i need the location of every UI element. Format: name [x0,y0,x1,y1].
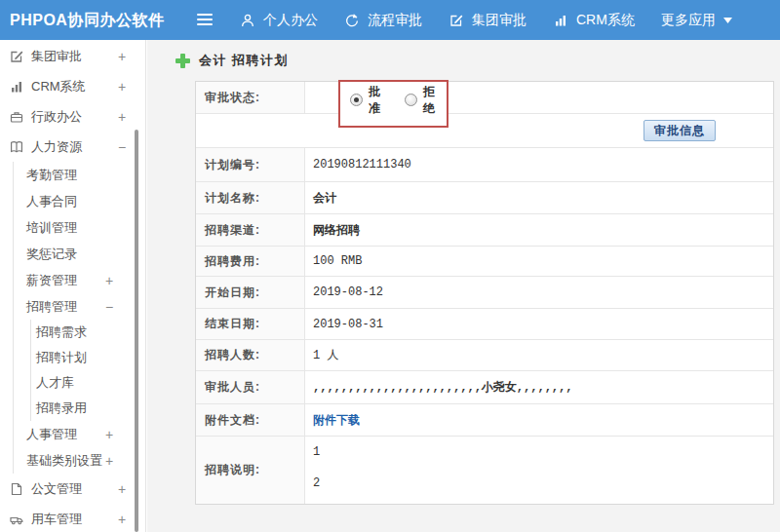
approval-status-label: 审批状态: [205,90,260,106]
radio-option-label: 批准 [369,84,392,117]
field-label: 招聘说明: [205,462,260,478]
sidebar-item-label: 用车管理 [31,511,82,528]
field-label: 计划编号: [205,157,260,173]
bar-chart-icon [553,13,568,28]
field-label-cell: 附件文档: [196,404,305,436]
expand-plus-icon[interactable]: + [118,481,126,497]
field-value: 网络招聘 [313,222,360,239]
approval-radio-group: 批准拒绝 [340,78,447,122]
hamburger-menu-icon[interactable] [197,14,213,25]
expand-plus-icon[interactable]: + [105,273,113,288]
field-value-cell: 2019-08-12 [305,277,773,308]
car-icon [8,512,24,527]
sidebar-scrollbar[interactable] [135,130,138,532]
sidebar: 集团审批+CRM系统+行政办公+人力资源−考勤管理人事合同培训管理奖惩记录薪资管… [0,40,146,532]
topbar: PHPOA协同办公软件 个人办公流程审批集团审批CRM系统更多应用 [0,0,780,40]
radio-option-2[interactable]: 拒绝 [405,84,447,117]
field-label-cell: 招聘人数: [196,340,305,370]
field-row: 审批人员:,,,,,,,,,,,,,,,,,,,,,,,,小尧女,,,,,,,, [196,371,773,404]
field-value-cell: 会计 [305,182,773,213]
field-label: 开始日期: [205,285,260,301]
page-title-text: 会计 招聘计划 [199,52,289,69]
sidebar-item-label: 人才库 [36,374,74,392]
sidebar-item-3[interactable]: 人力资源− [0,132,145,162]
field-value-cell: 100 RMB [305,247,773,276]
approval-form-table: 审批状态: 审批信息 计划编号:20190812111340计划名称:会计招聘渠… [195,81,774,505]
sidebar-item-label: 集团审批 [31,48,82,65]
sidebar-item-13[interactable]: 招聘录用 [0,396,145,421]
sidebar-item-9[interactable]: 招聘管理− [0,293,145,320]
sidebar-item-label: 人力资源 [31,138,82,156]
field-value: 会计 [313,190,336,207]
field-value: 2019-08-12 [313,285,383,299]
field-value-cell: 20190812111340 [305,148,773,181]
field-value: 2019-08-31 [313,318,383,331]
field-label: 计划名称: [205,190,260,207]
collapse-minus-icon[interactable]: − [105,299,113,315]
sidebar-item-label: 考勤管理 [26,167,77,184]
sidebar-item-16[interactable]: 公文管理+ [0,474,145,504]
sidebar-item-2[interactable]: 行政办公+ [0,101,145,132]
nav-item-3[interactable]: 集团审批 [448,12,526,29]
field-value-cell: 2019-08-31 [305,309,773,339]
field-label-cell: 开始日期: [196,277,305,308]
sidebar-item-1[interactable]: CRM系统+ [0,71,145,101]
sidebar-item-label: 奖惩记录 [26,246,77,263]
sidebar-item-11[interactable]: 招聘计划 [0,345,145,370]
field-value-cell: 网络招聘 [305,214,773,246]
field-label: 招聘人数: [205,347,260,363]
radio-selected-icon[interactable] [350,94,363,106]
bar-chart-icon [8,79,24,95]
sidebar-item-15[interactable]: 基础类别设置+ [0,447,145,474]
nav-item-label: 个人办公 [263,12,318,29]
sidebar-item-10[interactable]: 招聘需求 [0,320,145,345]
field-label-cell: 计划编号: [196,148,305,181]
collapse-minus-icon[interactable]: − [118,139,126,155]
sidebar-item-5[interactable]: 人事合同 [0,188,145,214]
sidebar-item-label: 招聘计划 [36,349,87,366]
annotation-rectangle: 批准拒绝 [338,80,448,128]
sidebar-item-6[interactable]: 培训管理 [0,214,145,241]
sidebar-item-label: 公文管理 [31,480,82,498]
nav-item-1[interactable]: 个人办公 [240,12,318,29]
field-row: 招聘人数:1 人 [196,340,773,371]
sidebar-item-8[interactable]: 薪资管理+ [0,267,145,293]
sidebar-item-4[interactable]: 考勤管理 [0,162,145,188]
field-label-cell: 招聘说明: [196,437,305,504]
phpoa-app-window: PHPOA协同办公软件 个人办公流程审批集团审批CRM系统更多应用 集团审批+C… [0,0,780,532]
radio-option-1[interactable]: 批准 [350,84,392,117]
field-row: 计划编号:20190812111340 [196,148,773,182]
expand-plus-icon[interactable]: + [118,79,126,95]
field-value: 100 RMB [313,254,362,268]
page-title: 会计 招聘计划 [176,52,780,69]
approval-info-button[interactable]: 审批信息 [644,120,716,141]
field-label: 招聘渠道: [205,222,260,239]
approval-info-row: 审批信息 [196,114,773,148]
app-logo: PHPOA协同办公软件 [10,0,164,40]
nav-item-4[interactable]: CRM系统 [553,12,635,29]
field-value-line: 1 [313,444,320,460]
attachment-download-link[interactable]: 附件下载 [313,412,360,429]
field-label-cell: 结束日期: [196,309,305,339]
field-row: 招聘渠道:网络招聘 [196,214,773,247]
sidebar-item-label: 行政办公 [31,108,82,126]
sidebar-item-label: 招聘录用 [36,399,87,417]
caret-down-icon [723,18,732,23]
sidebar-item-7[interactable]: 奖惩记录 [0,241,145,267]
radio-unselected-icon[interactable] [405,94,417,106]
expand-plus-icon[interactable]: + [118,512,126,527]
expand-plus-icon[interactable]: + [105,427,113,442]
sidebar-item-12[interactable]: 人才库 [0,370,145,396]
nav-item-label: 更多应用 [661,12,716,29]
sidebar-item-0[interactable]: 集团审批+ [0,41,145,71]
sidebar-item-17[interactable]: 用车管理+ [0,504,145,532]
edit-square-icon [8,49,24,64]
expand-plus-icon[interactable]: + [118,49,126,64]
expand-plus-icon[interactable]: + [118,109,126,125]
plus-icon [176,54,190,68]
expand-plus-icon[interactable]: + [105,453,113,469]
field-value: ,,,,,,,,,,,,,,,,,,,,,,,,小尧女,,,,,,,, [313,379,572,396]
sidebar-item-14[interactable]: 人事管理+ [0,421,145,447]
nav-item-5[interactable]: 更多应用 [661,12,732,29]
nav-item-2[interactable]: 流程审批 [344,12,422,29]
